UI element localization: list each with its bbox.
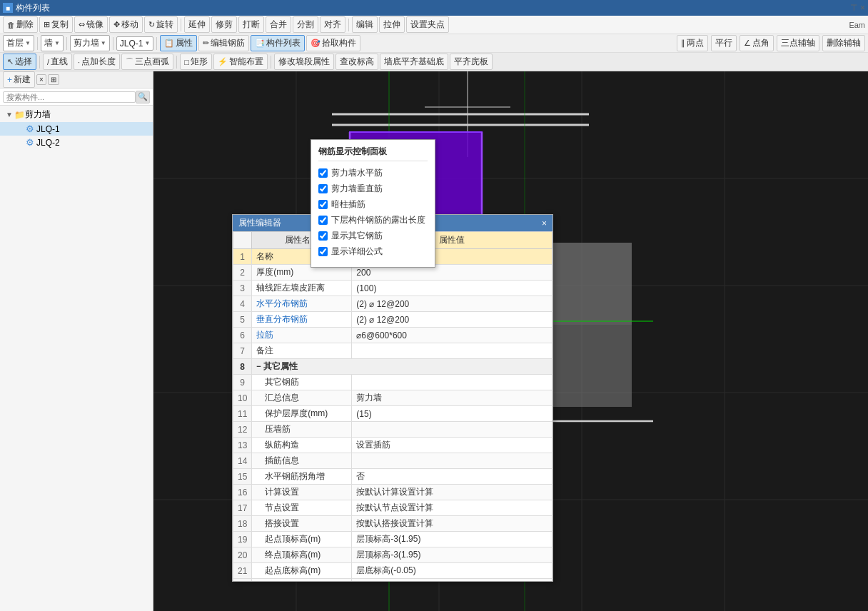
align-button[interactable]: 对齐: [320, 16, 345, 33]
close-panel-button[interactable]: ×: [860, 3, 865, 13]
row-number: 21: [233, 563, 252, 579]
pin-button[interactable]: ⊤: [850, 3, 857, 13]
prop-editor-close-button[interactable]: ×: [542, 218, 547, 228]
col-num-header: [233, 232, 252, 249]
component-list-button[interactable]: 📑 构件列表: [251, 35, 305, 51]
floor-dropdown[interactable]: 首层▼: [3, 35, 34, 51]
separator: [181, 19, 181, 31]
checkbox-hidden-col-bar[interactable]: [318, 200, 328, 209]
table-row[interactable]: 10汇总信息剪力墙: [233, 390, 552, 406]
row-number: 8: [233, 359, 252, 375]
rotate-button[interactable]: ↻ 旋转: [144, 16, 178, 33]
wall-bottom-align-button[interactable]: 墙底平齐基础底: [380, 54, 448, 70]
jlq-dropdown[interactable]: JLQ-1▼: [116, 36, 154, 51]
table-row[interactable]: 18搭接设置按默认搭接设置计算: [233, 516, 552, 532]
property-value: [352, 453, 552, 469]
table-row[interactable]: 14插筋信息: [233, 453, 552, 469]
checkbox-vertical-bar[interactable]: [318, 184, 328, 193]
point-length-button[interactable]: · 点加长度: [74, 54, 120, 70]
break-button[interactable]: 打断: [238, 16, 264, 33]
row-number: 6: [233, 328, 252, 343]
row-number: 2: [233, 265, 252, 281]
sep5: [113, 37, 113, 50]
delete-button[interactable]: 🗑 删除: [3, 16, 38, 33]
merge-button[interactable]: 合并: [266, 16, 291, 33]
sep6: [156, 37, 157, 50]
property-name: 计算设置: [252, 485, 352, 500]
check-elevation-button[interactable]: 查改标高: [335, 54, 378, 70]
table-row[interactable]: 12压墙筋: [233, 422, 552, 438]
property-name: 纵筋构造: [252, 438, 352, 453]
delete-axis-button[interactable]: 删除辅轴: [822, 35, 865, 51]
parallel-button[interactable]: 平行: [711, 35, 737, 51]
copy-component-button[interactable]: ⊞: [48, 74, 59, 85]
three-point-axis-button[interactable]: 三点辅轴: [777, 35, 819, 51]
align-roof-button[interactable]: 平齐庑板: [450, 54, 493, 70]
line-button[interactable]: / 直线: [43, 54, 72, 70]
table-row[interactable]: 15水平钢筋拐角增否: [233, 469, 552, 485]
table-row[interactable]: 11保护层厚度(mm)(15): [233, 406, 552, 422]
row-number: 17: [233, 500, 252, 516]
table-row[interactable]: 5垂直分布钢筋(2) ⌀ 12@200: [233, 312, 552, 328]
tree-item-jlq2[interactable]: ⚙ JLQ-2: [0, 136, 153, 149]
setpoint-button[interactable]: 设置夹点: [406, 16, 449, 33]
checkbox-show-formula[interactable]: [318, 247, 328, 256]
checkbox-show-other[interactable]: [318, 231, 328, 241]
search-button[interactable]: 🔍: [136, 91, 150, 103]
sep4: [66, 37, 67, 50]
new-component-button[interactable]: + 新建: [3, 71, 35, 88]
table-row[interactable]: 16计算设置按默认计算设置计算: [233, 485, 552, 500]
delete-component-button[interactable]: ×: [36, 74, 46, 85]
smart-place-button[interactable]: ⚡ 智能布置: [213, 54, 268, 70]
three-arc-button[interactable]: ⌒ 三点画弧: [121, 54, 173, 70]
tree-item-jlq1[interactable]: ⚙ JLQ-1: [0, 122, 153, 136]
point-angle-button[interactable]: ∠ 点角: [740, 35, 774, 51]
select-button[interactable]: ↖ 选择: [3, 54, 36, 70]
extend-button[interactable]: 延伸: [184, 16, 210, 33]
property-button[interactable]: 📋 属性: [160, 35, 197, 51]
property-value: 层顶标高-3(1.95): [352, 547, 552, 563]
prop-editor-scroll[interactable]: 属性名称 属性值 1名称2厚度(mm)2003轴线距左墙皮距离(100)4水平分…: [233, 231, 552, 581]
folder-icon: 📁: [14, 110, 25, 120]
move-button[interactable]: ✥ 移动: [109, 16, 143, 33]
modify-wall-prop-button[interactable]: 修改墙段属性: [274, 54, 334, 70]
table-row[interactable]: 17节点设置按默认节点设置计算: [233, 500, 552, 516]
stretch-button[interactable]: 拉伸: [379, 16, 405, 33]
two-point-button[interactable]: ∥ 两点: [677, 35, 708, 51]
label-show-formula: 显示详细公式: [331, 246, 383, 258]
copy-button[interactable]: ⊞ 复制: [39, 16, 73, 33]
mirror-button[interactable]: ⇔ 镜像: [74, 16, 108, 33]
split-button[interactable]: 分割: [293, 16, 318, 33]
table-row[interactable]: 21起点底标高(m)层底标高(-0.05): [233, 563, 552, 579]
trim-button[interactable]: 修剪: [211, 16, 237, 33]
table-row[interactable]: 20终点顶标高(m)层顶标高-3(1.95): [233, 547, 552, 563]
table-row[interactable]: 9其它钢筋: [233, 375, 552, 390]
pick-component-button[interactable]: 🎯 拾取构件: [306, 35, 360, 51]
row-number: 11: [233, 406, 252, 422]
table-row[interactable]: 22终点底标高(m)层底标高(-0.05): [233, 579, 552, 582]
property-name: 汇总信息: [252, 390, 352, 406]
search-input[interactable]: [3, 91, 136, 103]
edit-rebar-button[interactable]: ✏ 编辑钢筋: [198, 35, 249, 51]
rectangle-button[interactable]: □ 矩形: [180, 54, 212, 70]
edit-button[interactable]: 编辑: [352, 16, 378, 33]
checkbox-lower-extend[interactable]: [318, 216, 328, 225]
wall-type-dropdown[interactable]: 墙▼: [41, 35, 64, 51]
table-row[interactable]: 6拉筋⌀6@600*600: [233, 328, 552, 343]
table-row[interactable]: 7备注: [233, 343, 552, 359]
property-name: 水平钢筋拐角增: [252, 469, 352, 485]
app-title-label: Eam: [849, 21, 865, 29]
property-name: 其它钢筋: [252, 375, 352, 390]
table-row[interactable]: 13纵筋构造设置插筋: [233, 438, 552, 453]
table-row[interactable]: 4水平分布钢筋(2) ⌀ 12@200: [233, 296, 552, 312]
property-table: 属性名称 属性值 1名称2厚度(mm)2003轴线距左墙皮距离(100)4水平分…: [233, 231, 552, 581]
wall-subtype-dropdown[interactable]: 剪力墙▼: [70, 35, 110, 51]
titlebar: ■ 构件列表 ⊤ ×: [0, 0, 868, 16]
property-name: 终点顶标高(m): [252, 547, 352, 563]
checkbox-horizontal-bar[interactable]: [318, 168, 328, 178]
table-row[interactable]: 3轴线距左墙皮距离(100): [233, 281, 552, 296]
table-row[interactable]: 8− 其它属性: [233, 359, 552, 375]
tree-item-folder-shear-wall[interactable]: ▼ 📁 剪力墙: [0, 107, 153, 122]
table-row[interactable]: 19起点顶标高(m)层顶标高-3(1.95): [233, 532, 552, 547]
cad-viewport[interactable]: 钢筋显示控制面板 剪力墙水平筋 剪力墙垂直筋 暗柱插筋 下层构件钢筋的露出长度 …: [153, 71, 868, 611]
